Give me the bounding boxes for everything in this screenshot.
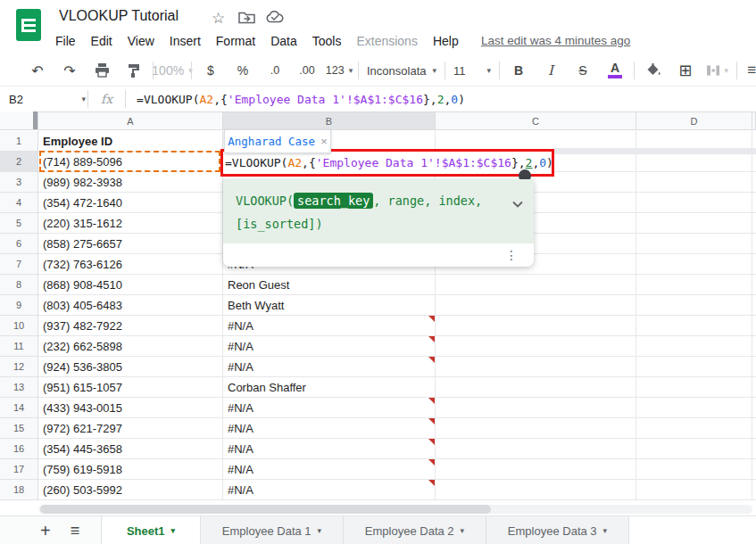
row-header-17[interactable]: 17 bbox=[0, 459, 38, 480]
more-formats-button[interactable]: 123 ▾ bbox=[328, 60, 350, 81]
cell-B18[interactable]: #N/A bbox=[223, 480, 436, 500]
cell-E16[interactable] bbox=[752, 439, 756, 459]
cell-A5[interactable]: (220) 315-1612 bbox=[38, 213, 223, 234]
undo-icon[interactable]: ↶ bbox=[27, 60, 48, 81]
horizontal-align-button[interactable]: ≡ ▾ bbox=[745, 60, 756, 81]
star-icon[interactable]: ☆ bbox=[212, 9, 225, 28]
cell-C16[interactable] bbox=[436, 439, 636, 459]
column-header-c[interactable]: C bbox=[436, 111, 636, 130]
print-icon[interactable] bbox=[91, 60, 112, 81]
cell-B12[interactable]: #N/A bbox=[223, 357, 436, 377]
font-size-select[interactable]: 11 ▾ bbox=[453, 60, 491, 81]
fill-color-icon[interactable] bbox=[643, 60, 664, 81]
menu-help[interactable]: Help bbox=[433, 34, 459, 48]
bold-button[interactable]: B bbox=[508, 60, 529, 81]
cell-E4[interactable] bbox=[752, 193, 756, 213]
italic-button[interactable]: I bbox=[540, 60, 561, 81]
redo-icon[interactable]: ↷ bbox=[59, 60, 80, 81]
column-header-a[interactable]: A bbox=[38, 111, 223, 130]
cell-C12[interactable] bbox=[436, 357, 636, 377]
cell-A7[interactable]: (732) 763-6126 bbox=[38, 254, 223, 275]
row-header-11[interactable]: 11 bbox=[0, 336, 38, 357]
strikethrough-button[interactable]: S bbox=[572, 60, 594, 81]
column-header-d[interactable]: D bbox=[636, 111, 752, 130]
cell-D8[interactable] bbox=[636, 275, 752, 295]
cell-A9[interactable]: (803) 405-6483 bbox=[38, 295, 223, 316]
cell-E9[interactable] bbox=[752, 295, 756, 316]
format-currency-button[interactable]: $ bbox=[200, 60, 221, 81]
sheet-tab-employee-data-1[interactable]: Employee Data 1▾ bbox=[201, 516, 344, 544]
cell-D14[interactable] bbox=[636, 398, 752, 418]
cell-B17[interactable]: #N/A bbox=[223, 459, 436, 480]
cell-D12[interactable] bbox=[636, 357, 752, 377]
add-sheet-icon[interactable]: + bbox=[40, 521, 51, 541]
cell-E15[interactable] bbox=[752, 418, 756, 439]
cell-D10[interactable] bbox=[636, 316, 752, 336]
cell-D15[interactable] bbox=[636, 418, 752, 439]
cell-E10[interactable] bbox=[752, 316, 756, 336]
formula-input[interactable]: =VLOOKUP(A2,{'Employee Data 1'!$A$1:$C$1… bbox=[137, 93, 465, 106]
cell-C13[interactable] bbox=[436, 377, 636, 398]
cell-A13[interactable]: (951) 615-1057 bbox=[38, 377, 223, 398]
menu-file[interactable]: File bbox=[55, 34, 76, 48]
cell-D2[interactable] bbox=[636, 152, 752, 172]
cell-A17[interactable]: (759) 619-5918 bbox=[38, 459, 223, 480]
all-sheets-menu-icon[interactable]: ≡ bbox=[71, 522, 80, 540]
sheet-tab-sheet1[interactable]: Sheet1▾ bbox=[101, 516, 201, 544]
cell-A18[interactable]: (260) 503-5992 bbox=[38, 480, 223, 500]
chevron-down-icon[interactable] bbox=[512, 192, 523, 215]
row-header-16[interactable]: 16 bbox=[0, 439, 38, 459]
cell-A4[interactable]: (354) 472-1640 bbox=[38, 193, 223, 213]
cell-D18[interactable] bbox=[636, 480, 752, 500]
row-header-18[interactable]: 18 bbox=[0, 480, 38, 500]
cell-E11[interactable] bbox=[752, 336, 756, 357]
cell-B15[interactable]: #N/A bbox=[223, 418, 436, 439]
merge-cells-button[interactable]: ▾ bbox=[707, 60, 728, 81]
close-icon[interactable]: × bbox=[320, 135, 328, 148]
cell-A3[interactable]: (989) 982-3938 bbox=[38, 172, 223, 193]
select-all-corner[interactable] bbox=[0, 111, 38, 130]
column-header-b[interactable]: B bbox=[223, 111, 436, 130]
cell-C8[interactable] bbox=[436, 275, 636, 295]
cell-E14[interactable] bbox=[752, 398, 756, 418]
paint-format-icon[interactable] bbox=[123, 60, 145, 81]
sheets-logo-icon[interactable] bbox=[15, 8, 42, 45]
menu-data[interactable]: Data bbox=[270, 34, 297, 48]
cell-D4[interactable] bbox=[636, 193, 752, 213]
cell-C10[interactable] bbox=[436, 316, 636, 336]
row-header-8[interactable]: 8 bbox=[0, 275, 38, 295]
text-color-button[interactable]: A bbox=[604, 60, 626, 81]
menu-edit[interactable]: Edit bbox=[91, 34, 112, 48]
row-header-7[interactable]: 7 bbox=[0, 254, 38, 275]
document-title[interactable]: VLOOKUP Tutorial bbox=[59, 8, 179, 24]
row-header-4[interactable]: 4 bbox=[0, 193, 38, 213]
cell-A1[interactable]: Employee ID bbox=[38, 131, 223, 152]
menu-insert[interactable]: Insert bbox=[170, 34, 201, 48]
row-header-9[interactable]: 9 bbox=[0, 295, 38, 316]
last-edit-link[interactable]: Last edit was 4 minutes ago bbox=[481, 34, 630, 47]
row-header-2[interactable]: 2 bbox=[0, 152, 38, 172]
cell-E6[interactable] bbox=[752, 234, 756, 254]
cell-D5[interactable] bbox=[636, 213, 752, 234]
cell-C9[interactable] bbox=[436, 295, 636, 316]
cell-E8[interactable] bbox=[752, 275, 756, 295]
cell-E3[interactable] bbox=[752, 172, 756, 193]
cell-E17[interactable] bbox=[752, 459, 756, 480]
freeze-handle[interactable] bbox=[33, 111, 37, 129]
cell-A14[interactable]: (433) 943-0015 bbox=[38, 398, 223, 418]
chevron-down-icon[interactable]: ▾ bbox=[171, 526, 176, 535]
cell-D11[interactable] bbox=[636, 336, 752, 357]
cell-E7[interactable] bbox=[752, 254, 756, 275]
sheet-tab-employee-data-2[interactable]: Employee Data 2▾ bbox=[344, 516, 486, 544]
cell-D17[interactable] bbox=[636, 459, 752, 480]
row-header-15[interactable]: 15 bbox=[0, 418, 38, 439]
zoom-select[interactable]: 100% ▾ bbox=[162, 60, 183, 81]
chevron-down-icon[interactable]: ▾ bbox=[318, 526, 322, 535]
menu-extensions[interactable]: Extensions bbox=[356, 34, 417, 48]
chevron-down-icon[interactable]: ▾ bbox=[461, 526, 465, 535]
cell-A16[interactable]: (354) 445-3658 bbox=[38, 439, 223, 459]
more-options-icon[interactable]: ⋮ bbox=[505, 248, 518, 262]
cell-D16[interactable] bbox=[636, 439, 752, 459]
cell-B13[interactable]: Corban Shaffer bbox=[223, 377, 436, 398]
row-header-13[interactable]: 13 bbox=[0, 377, 38, 398]
